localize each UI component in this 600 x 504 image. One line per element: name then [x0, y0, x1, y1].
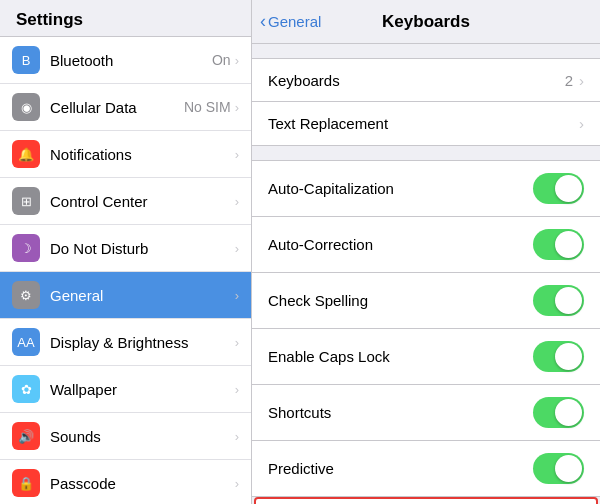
- notifications-chevron-icon: ›: [235, 147, 239, 162]
- keyboards-chevron-icon: ›: [579, 72, 584, 89]
- predictive-label: Predictive: [268, 460, 533, 477]
- sidebar-item-control-center[interactable]: ⊞ Control Center ›: [0, 178, 251, 225]
- auto-capitalization-toggle-knob: [555, 175, 582, 202]
- passcode-label: Passcode: [50, 475, 235, 492]
- display-chevron-icon: ›: [235, 335, 239, 350]
- notifications-label: Notifications: [50, 146, 235, 163]
- wallpaper-chevron-icon: ›: [235, 382, 239, 397]
- shortcuts-toggle[interactable]: [533, 397, 584, 428]
- sidebar-header: Settings: [0, 0, 251, 37]
- do-not-disturb-icon: ☽: [12, 234, 40, 262]
- row-auto-capitalization[interactable]: Auto-Capitalization: [252, 160, 600, 217]
- enable-caps-lock-label: Enable Caps Lock: [268, 348, 533, 365]
- keyboards-value: 2: [565, 72, 573, 89]
- enable-caps-lock-toggle[interactable]: [533, 341, 584, 372]
- cellular-icon: ◉: [12, 93, 40, 121]
- sidebar-item-bluetooth[interactable]: B Bluetooth On ›: [0, 37, 251, 84]
- panel-section-0: Keyboards2›Text Replacement›: [252, 58, 600, 146]
- sounds-label: Sounds: [50, 428, 235, 445]
- do-not-disturb-chevron-icon: ›: [235, 241, 239, 256]
- back-label: General: [268, 13, 321, 30]
- sidebar-item-do-not-disturb[interactable]: ☽ Do Not Disturb ›: [0, 225, 251, 272]
- display-label: Display & Brightness: [50, 334, 235, 351]
- check-spelling-toggle[interactable]: [533, 285, 584, 316]
- sidebar-item-sounds[interactable]: 🔊 Sounds ›: [0, 413, 251, 460]
- sidebar-item-notifications[interactable]: 🔔 Notifications ›: [0, 131, 251, 178]
- check-spelling-toggle-knob: [555, 287, 582, 314]
- control-center-label: Control Center: [50, 193, 235, 210]
- sidebar-item-general[interactable]: ⚙ General ›: [0, 272, 251, 319]
- sidebar-item-cellular[interactable]: ◉ Cellular Data No SIM ›: [0, 84, 251, 131]
- general-label: General: [50, 287, 235, 304]
- row-shortcuts[interactable]: Shortcuts: [252, 385, 600, 441]
- display-icon: AA: [12, 328, 40, 356]
- row-predictive[interactable]: Predictive: [252, 441, 600, 497]
- sidebar-title: Settings: [16, 10, 83, 29]
- panel-sections: Keyboards2›Text Replacement›Auto-Capital…: [252, 44, 600, 504]
- text-replacement-chevron-icon: ›: [579, 115, 584, 132]
- passcode-icon: 🔒: [12, 469, 40, 497]
- row-auto-correction[interactable]: Auto-Correction: [252, 217, 600, 273]
- sidebar: Settings B Bluetooth On › ◉ Cellular Dat…: [0, 0, 252, 504]
- notifications-icon: 🔔: [12, 140, 40, 168]
- auto-correction-label: Auto-Correction: [268, 236, 533, 253]
- enable-caps-lock-toggle-knob: [555, 343, 582, 370]
- sounds-icon: 🔊: [12, 422, 40, 450]
- wallpaper-icon: ✿: [12, 375, 40, 403]
- control-center-chevron-icon: ›: [235, 194, 239, 209]
- shortcuts-label: Shortcuts: [268, 404, 533, 421]
- panel-section-1: Auto-CapitalizationAuto-CorrectionCheck …: [252, 160, 600, 504]
- wallpaper-label: Wallpaper: [50, 381, 235, 398]
- row-keyboards[interactable]: Keyboards2›: [252, 58, 600, 102]
- bluetooth-chevron-icon: ›: [235, 53, 239, 68]
- sidebar-item-wallpaper[interactable]: ✿ Wallpaper ›: [0, 366, 251, 413]
- sounds-chevron-icon: ›: [235, 429, 239, 444]
- sidebar-item-passcode[interactable]: 🔒 Passcode ›: [0, 460, 251, 504]
- sidebar-item-display[interactable]: AA Display & Brightness ›: [0, 319, 251, 366]
- row-check-spelling[interactable]: Check Spelling: [252, 273, 600, 329]
- panel-back-button[interactable]: ‹ General: [260, 11, 321, 32]
- auto-capitalization-label: Auto-Capitalization: [268, 180, 533, 197]
- control-center-icon: ⊞: [12, 187, 40, 215]
- check-spelling-label: Check Spelling: [268, 292, 533, 309]
- bluetooth-label: Bluetooth: [50, 52, 212, 69]
- text-replacement-label: Text Replacement: [268, 115, 579, 132]
- panel-header: ‹ General Keyboards: [252, 0, 600, 44]
- back-chevron-icon: ‹: [260, 11, 266, 32]
- general-chevron-icon: ›: [235, 288, 239, 303]
- cellular-label: Cellular Data: [50, 99, 184, 116]
- shortcuts-toggle-knob: [555, 399, 582, 426]
- auto-capitalization-toggle[interactable]: [533, 173, 584, 204]
- predictive-toggle-knob: [555, 455, 582, 482]
- sidebar-items-list: B Bluetooth On › ◉ Cellular Data No SIM …: [0, 37, 251, 504]
- bluetooth-badge: On: [212, 52, 231, 68]
- panel-title: Keyboards: [382, 12, 470, 32]
- keyboards-label: Keyboards: [268, 72, 565, 89]
- auto-correction-toggle-knob: [555, 231, 582, 258]
- row-text-replacement[interactable]: Text Replacement›: [252, 102, 600, 146]
- row-split-keyboard[interactable]: Split Keyboard: [254, 497, 598, 504]
- row-enable-caps-lock[interactable]: Enable Caps Lock: [252, 329, 600, 385]
- cellular-badge: No SIM: [184, 99, 231, 115]
- general-icon: ⚙: [12, 281, 40, 309]
- auto-correction-toggle[interactable]: [533, 229, 584, 260]
- predictive-toggle[interactable]: [533, 453, 584, 484]
- cellular-chevron-icon: ›: [235, 100, 239, 115]
- do-not-disturb-label: Do Not Disturb: [50, 240, 235, 257]
- panel: ‹ General Keyboards Keyboards2›Text Repl…: [252, 0, 600, 504]
- passcode-chevron-icon: ›: [235, 476, 239, 491]
- bluetooth-icon: B: [12, 46, 40, 74]
